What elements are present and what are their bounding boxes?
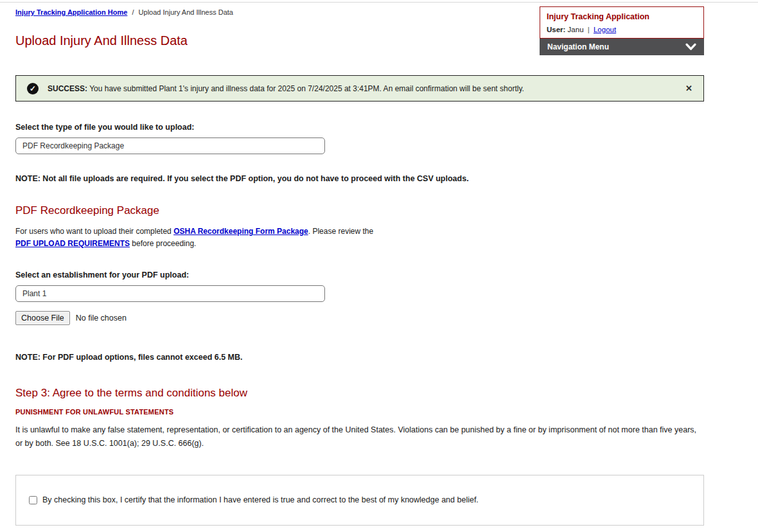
file-type-select[interactable]: PDF Recordkeeping Package — [15, 137, 325, 154]
file-type-note: NOTE: Not all file uploads are required.… — [15, 174, 704, 183]
chevron-down-icon — [685, 43, 696, 51]
alert-text: You have submitted Plant 1's injury and … — [87, 84, 524, 93]
certify-checkbox-label[interactable]: By checking this box, I certify that the… — [42, 495, 479, 504]
breadcrumb-home-link[interactable]: Injury Tracking Application Home — [15, 8, 127, 16]
user-label: User: — [547, 26, 565, 33]
pipe-divider: | — [588, 26, 590, 33]
user-info-box: Injury Tracking Application User: Janu |… — [540, 6, 704, 55]
pdf-section-heading: PDF Recordkeeping Package — [15, 204, 704, 217]
punishment-subheading: PUNISHMENT FOR UNLAWFUL STATEMENTS — [15, 408, 704, 416]
main-content: ✓ SUCCESS: You have submitted Plant 1's … — [15, 75, 704, 532]
establishment-label: Select an establishment for your PDF upl… — [15, 270, 704, 279]
logout-link[interactable]: Logout — [594, 26, 616, 33]
establishment-selected-value: Plant 1 — [22, 289, 46, 298]
user-line: User: Janu | Logout — [547, 26, 697, 33]
breadcrumb-separator: / — [132, 8, 134, 16]
file-type-selected-value: PDF Recordkeeping Package — [22, 141, 124, 150]
pdf-intro-text-3: before proceeding. — [130, 239, 196, 248]
alert-prefix: SUCCESS: — [48, 84, 87, 93]
certify-panel: By checking this box, I certify that the… — [15, 475, 704, 526]
check-circle-icon: ✓ — [27, 83, 39, 94]
step3-heading: Step 3: Agree to the terms and condition… — [15, 387, 704, 400]
breadcrumb-current: Upload Injury And Illness Data — [139, 8, 233, 16]
app-title: Injury Tracking Application — [547, 12, 697, 21]
navigation-menu-label: Navigation Menu — [547, 42, 609, 51]
pdf-intro-text-2: . Please review the — [308, 227, 373, 236]
success-alert: ✓ SUCCESS: You have submitted Plant 1's … — [15, 75, 704, 102]
file-type-label: Select the type of file you would like t… — [15, 123, 704, 132]
page-top-divider — [0, 0, 758, 3]
legal-text: It is unlawful to make any false stateme… — [15, 423, 704, 451]
user-name: Janu — [568, 26, 584, 33]
no-file-chosen-text: No file chosen — [76, 314, 127, 323]
navigation-menu-bar[interactable]: Navigation Menu — [540, 39, 704, 55]
choose-file-button[interactable]: Choose File — [15, 311, 70, 325]
pdf-upload-requirements-link[interactable]: PDF UPLOAD REQUIREMENTS — [15, 239, 130, 248]
osha-recordkeeping-package-link[interactable]: OSHA Recordkeeping Form Package — [173, 227, 308, 236]
pdf-size-note: NOTE: For PDF upload options, files cann… — [15, 353, 704, 362]
pdf-intro-paragraph: For users who want to upload their compl… — [15, 226, 383, 249]
establishment-select[interactable]: Plant 1 — [15, 285, 325, 302]
pdf-intro-text-1: For users who want to upload their compl… — [15, 227, 173, 236]
file-input-row: Choose File No file chosen — [15, 311, 704, 325]
certify-checkbox[interactable] — [29, 496, 37, 504]
close-icon[interactable]: ✕ — [685, 84, 692, 93]
user-info-panel: Injury Tracking Application User: Janu |… — [540, 6, 704, 39]
alert-message: SUCCESS: You have submitted Plant 1's in… — [48, 84, 524, 93]
